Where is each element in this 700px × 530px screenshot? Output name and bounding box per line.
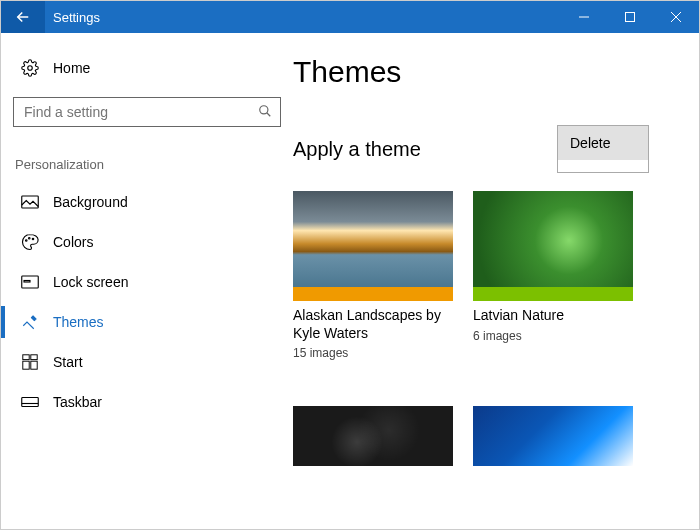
themes-grid-row2	[293, 406, 663, 466]
maximize-button[interactable]	[607, 1, 653, 33]
theme-thumbnail	[293, 406, 453, 466]
svg-point-5	[260, 105, 268, 113]
window-title: Settings	[53, 10, 100, 25]
sidebar-item-label: Background	[53, 194, 128, 210]
sidebar-item-background[interactable]: Background	[13, 182, 293, 222]
svg-rect-12	[24, 281, 30, 283]
lockscreen-icon	[19, 275, 41, 289]
themes-icon	[19, 313, 41, 331]
page-title: Themes	[293, 55, 689, 89]
context-menu: Delete	[557, 125, 649, 173]
svg-point-9	[29, 238, 31, 240]
svg-rect-13	[23, 355, 29, 360]
theme-title: Alaskan Landscapes by Kyle Waters	[293, 307, 453, 342]
theme-accent-stripe	[473, 287, 633, 301]
svg-rect-16	[31, 361, 37, 369]
minimize-button[interactable]	[561, 1, 607, 33]
theme-thumbnail	[293, 191, 453, 301]
theme-count: 6 images	[473, 329, 633, 343]
sidebar: Home Personalization Background Colors	[1, 33, 293, 529]
theme-thumbnail	[473, 191, 633, 301]
search-icon	[258, 104, 272, 121]
sidebar-item-label: Themes	[53, 314, 104, 330]
svg-rect-1	[626, 13, 635, 22]
sidebar-item-label: Lock screen	[53, 274, 128, 290]
sidebar-item-label: Colors	[53, 234, 93, 250]
delete-label: Delete	[570, 135, 610, 151]
svg-rect-17	[22, 398, 39, 407]
theme-card[interactable]	[473, 406, 633, 466]
colors-icon	[19, 233, 41, 251]
theme-accent-stripe	[293, 287, 453, 301]
theme-card[interactable]: Latvian Nature 6 images	[473, 191, 633, 360]
theme-title: Latvian Nature	[473, 307, 633, 325]
svg-point-10	[32, 238, 34, 240]
start-icon	[19, 354, 41, 370]
sidebar-item-label: Start	[53, 354, 83, 370]
titlebar: Settings	[1, 1, 699, 33]
theme-count: 15 images	[293, 346, 453, 360]
delete-button[interactable]: Delete	[558, 126, 648, 160]
sidebar-section-label: Personalization	[13, 157, 293, 172]
close-button[interactable]	[653, 1, 699, 33]
theme-card[interactable]	[293, 406, 453, 466]
svg-rect-14	[31, 355, 37, 360]
theme-thumbnail	[473, 406, 633, 466]
background-icon	[19, 195, 41, 209]
home-label: Home	[53, 60, 90, 76]
sidebar-item-themes[interactable]: Themes	[13, 302, 293, 342]
sidebar-item-lockscreen[interactable]: Lock screen	[13, 262, 293, 302]
themes-grid: Alaskan Landscapes by Kyle Waters 15 ima…	[293, 191, 663, 360]
main-content: Themes Apply a theme Delete Alaskan Land…	[293, 33, 699, 529]
theme-card[interactable]: Alaskan Landscapes by Kyle Waters 15 ima…	[293, 191, 453, 360]
sidebar-item-colors[interactable]: Colors	[13, 222, 293, 262]
sidebar-item-label: Taskbar	[53, 394, 102, 410]
sidebar-item-taskbar[interactable]: Taskbar	[13, 382, 293, 422]
svg-rect-15	[23, 361, 29, 369]
svg-line-6	[267, 112, 271, 116]
sidebar-item-start[interactable]: Start	[13, 342, 293, 382]
search-input[interactable]	[22, 103, 258, 121]
svg-point-8	[26, 240, 28, 242]
nav-list: Background Colors Lock screen Themes	[13, 182, 293, 422]
taskbar-icon	[19, 396, 41, 408]
search-box[interactable]	[13, 97, 281, 127]
svg-point-4	[28, 66, 33, 71]
home-button[interactable]: Home	[13, 51, 293, 85]
section-title: Apply a theme	[293, 138, 421, 161]
back-button[interactable]	[1, 1, 45, 33]
gear-icon	[19, 59, 41, 77]
